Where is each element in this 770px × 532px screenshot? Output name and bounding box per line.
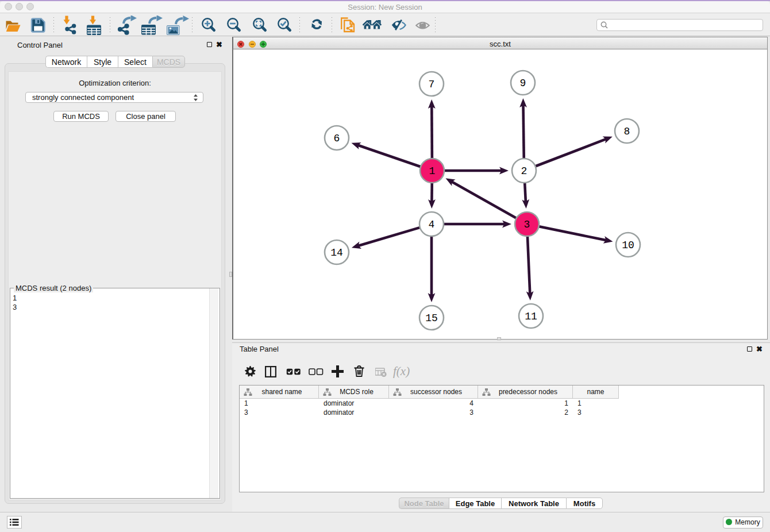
svg-text:6: 6 [334, 133, 340, 144]
svg-text:3: 3 [524, 219, 530, 230]
svg-text:11: 11 [525, 311, 537, 322]
svg-text:4: 4 [429, 219, 435, 230]
svg-text:8: 8 [624, 126, 630, 137]
svg-text:9: 9 [520, 78, 526, 89]
svg-text:7: 7 [429, 79, 435, 90]
svg-text:15: 15 [425, 313, 438, 324]
svg-text:2: 2 [521, 165, 528, 177]
svg-text:14: 14 [330, 247, 343, 259]
svg-text:10: 10 [622, 240, 634, 251]
svg-text:1: 1 [429, 165, 436, 177]
